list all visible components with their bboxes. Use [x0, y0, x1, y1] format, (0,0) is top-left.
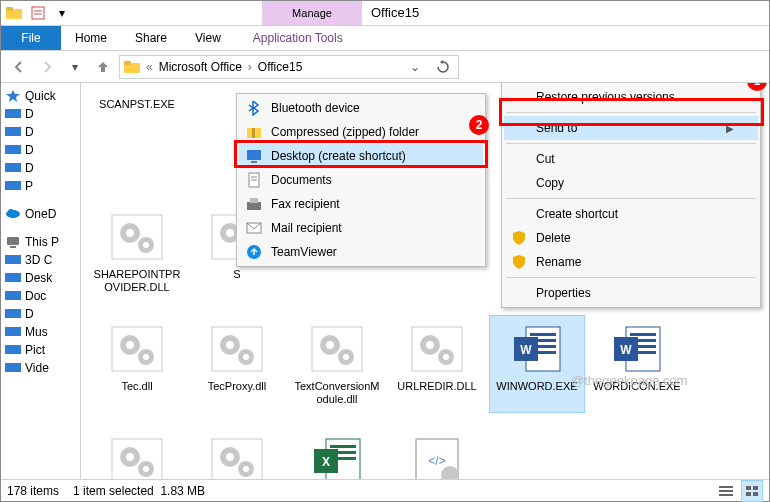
sidebar-item[interactable]: This P: [1, 233, 80, 251]
sidebar-item-label: 3D C: [25, 253, 52, 267]
file-tile[interactable]: [189, 427, 285, 479]
recent-dropdown[interactable]: ▾: [63, 55, 87, 79]
file-tile[interactable]: [89, 427, 185, 479]
share-tab[interactable]: Share: [121, 26, 181, 50]
file-tile[interactable]: WWORDICON.EXE: [589, 315, 685, 413]
home-tab[interactable]: Home: [61, 26, 121, 50]
sidebar-item[interactable]: D: [1, 159, 80, 177]
svg-rect-67: [630, 333, 656, 336]
file-label: WINWORD.EXE: [494, 378, 579, 393]
content-area[interactable]: SCANPST.EXESHAREPOINTPROVIDER.DLLSTec.dl…: [81, 83, 769, 479]
sidebar-item-label: OneD: [25, 207, 56, 221]
menu-item[interactable]: Rename: [504, 250, 758, 274]
up-button[interactable]: [91, 55, 115, 79]
sidebar-item[interactable]: 3D C: [1, 251, 80, 269]
sidebar-item[interactable]: D: [1, 305, 80, 323]
folder-icon: [5, 161, 21, 175]
sidebar-item[interactable]: Desk: [1, 269, 80, 287]
folder-icon: [5, 143, 21, 157]
forward-button[interactable]: [35, 55, 59, 79]
refresh-button[interactable]: [432, 56, 454, 78]
svg-text:X: X: [322, 455, 330, 469]
sidebar-item[interactable]: D: [1, 105, 80, 123]
ribbon: File Home Share View Application Tools: [1, 25, 769, 51]
sidebar-item[interactable]: OneD: [1, 205, 80, 223]
menu-item[interactable]: Desktop (create shortcut): [239, 144, 483, 168]
properties-icon[interactable]: [29, 4, 47, 22]
menu-item[interactable]: TeamViewer: [239, 240, 483, 264]
menu-item[interactable]: Compressed (zipped) folder: [239, 120, 483, 144]
menu-separator: [506, 112, 756, 113]
sidebar-item[interactable]: Doc: [1, 287, 80, 305]
nav-pane[interactable]: QuickDDDDPOneDThis P3D CDeskDocDMusPictV…: [1, 83, 81, 479]
menu-separator: [506, 277, 756, 278]
details-view-button[interactable]: [715, 480, 737, 502]
sidebar-item[interactable]: Pict: [1, 341, 80, 359]
chevron-left-icon[interactable]: «: [146, 60, 153, 74]
menu-item[interactable]: Send to▶: [504, 116, 758, 140]
status-item-count: 178 items: [7, 484, 59, 498]
menu-item-label: Send to: [536, 121, 577, 135]
menu-item[interactable]: Copy: [504, 171, 758, 195]
file-tab[interactable]: File: [1, 26, 61, 50]
folder-icon: [5, 179, 21, 193]
menu-item[interactable]: Documents: [239, 168, 483, 192]
menu-item-label: Desktop (create shortcut): [271, 149, 406, 163]
sidebar-item[interactable]: Vide: [1, 359, 80, 377]
menu-item[interactable]: Fax recipient: [239, 192, 483, 216]
menu-item[interactable]: Create shortcut: [504, 202, 758, 226]
sidebar-item-label: D: [25, 125, 34, 139]
svg-rect-11: [5, 163, 21, 172]
menu-item[interactable]: Delete: [504, 226, 758, 250]
sidebar-item-label: This P: [25, 235, 59, 249]
blank-icon: [510, 174, 528, 192]
file-tile[interactable]: SCANPST.EXE: [89, 91, 185, 115]
breadcrumb-segment[interactable]: Microsoft Office: [159, 60, 242, 74]
sidebar-item-label: Desk: [25, 271, 52, 285]
menu-item[interactable]: Restore previous versions: [504, 85, 758, 109]
view-tab[interactable]: View: [181, 26, 235, 50]
menu-item[interactable]: Bluetooth device: [239, 96, 483, 120]
application-tools-tab[interactable]: Application Tools: [239, 26, 357, 50]
svg-rect-110: [719, 494, 733, 496]
sidebar-item[interactable]: [1, 223, 80, 233]
file-tile[interactable]: Tec.dll: [89, 315, 185, 413]
gears-icon: [305, 320, 369, 378]
menu-item[interactable]: Properties: [504, 281, 758, 305]
menu-item-label: TeamViewer: [271, 245, 337, 259]
body: QuickDDDDPOneDThis P3D CDeskDocDMusPictV…: [1, 83, 769, 479]
breadcrumb-segment[interactable]: Office15: [258, 60, 302, 74]
svg-point-58: [443, 354, 449, 360]
svg-rect-94: [247, 150, 261, 160]
sidebar-item[interactable]: D: [1, 141, 80, 159]
file-tile[interactable]: WWINWORD.EXE: [489, 315, 585, 413]
file-label: Tec.dll: [119, 378, 154, 393]
sidebar-item[interactable]: D: [1, 123, 80, 141]
file-tile[interactable]: </>: [389, 427, 485, 479]
sidebar-item[interactable]: Quick: [1, 87, 80, 105]
file-tile[interactable]: TecProxy.dll: [189, 315, 285, 413]
menu-item[interactable]: Cut: [504, 147, 758, 171]
svg-point-33: [143, 242, 149, 248]
file-label: TecProxy.dll: [206, 378, 268, 393]
sidebar-item[interactable]: [1, 195, 80, 205]
sidebar-item-label: D: [25, 143, 34, 157]
file-tile[interactable]: TextConversionModule.dll: [289, 315, 385, 413]
folder-icon: [5, 307, 21, 321]
breadcrumb-dropdown[interactable]: ⌄: [404, 56, 426, 78]
svg-rect-111: [746, 486, 751, 490]
file-tile[interactable]: X: [289, 427, 385, 479]
qat-dropdown-icon[interactable]: ▾: [53, 4, 71, 22]
menu-item[interactable]: Mail recipient: [239, 216, 483, 240]
sidebar-item-label: Quick: [25, 89, 56, 103]
icons-view-button[interactable]: [741, 480, 763, 502]
svg-point-82: [243, 466, 249, 472]
breadcrumb[interactable]: « Microsoft Office › Office15 ⌄: [119, 55, 459, 79]
back-button[interactable]: [7, 55, 31, 79]
file-tile[interactable]: SHAREPOINTPROVIDER.DLL: [89, 203, 185, 301]
sidebar-item[interactable]: P: [1, 177, 80, 195]
desktop-icon: [245, 147, 263, 165]
sidebar-item[interactable]: Mus: [1, 323, 80, 341]
svg-rect-10: [5, 145, 21, 154]
file-tile[interactable]: URLREDIR.DLL: [389, 315, 485, 413]
